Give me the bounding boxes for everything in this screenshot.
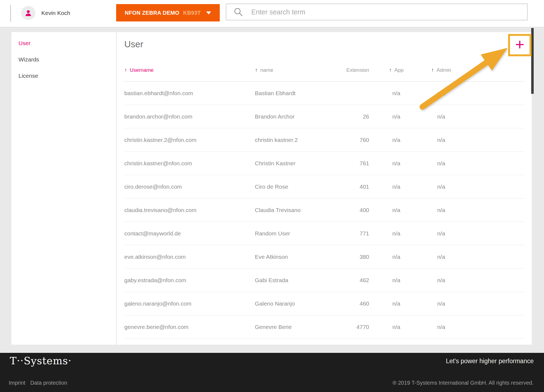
column-label: Admin: [437, 67, 451, 73]
table-row[interactable]: claudia.trevisano@nfon.com Claudia Trevi…: [124, 198, 524, 222]
org-code: KB93T: [183, 10, 201, 16]
avatar: [21, 6, 35, 20]
cell-username: gaby.estrada@nfon.com: [124, 277, 255, 284]
cell-username: brandon.archor@nfon.com: [124, 113, 255, 120]
sidebar-item-license[interactable]: License: [11, 68, 116, 84]
cell-name: Brandon Archor: [255, 113, 345, 120]
cell-name: Claudia Trevisano: [255, 207, 345, 213]
sidebar-item-label: Wizards: [18, 56, 39, 63]
cell-name: Christin Kastner: [255, 160, 345, 167]
add-user-button[interactable]: +: [510, 36, 530, 54]
cell-admin: n/a: [424, 207, 459, 213]
cell-username: genevre.berie@nfon.com: [124, 324, 255, 330]
cell-admin: n/a: [424, 160, 459, 167]
cell-extension: 380: [345, 254, 369, 260]
cell-admin: n/a: [424, 324, 459, 330]
column-header-name[interactable]: ↑ name: [255, 67, 345, 73]
cell-name: Random User: [255, 230, 345, 237]
cell-extension: 761: [345, 160, 369, 167]
annotation-highlight-box: +: [508, 34, 531, 56]
table-row[interactable]: galeno.naranjo@nfon.com Galeno Naranjo 4…: [124, 292, 524, 315]
cell-admin: n/a: [424, 90, 459, 97]
cell-app: n/a: [369, 207, 424, 213]
cell-admin: n/a: [424, 113, 459, 120]
page: Kevin Koch NFON ZEBRA DEMO KB93T User Wi…: [0, 0, 544, 392]
table-row[interactable]: christin.kastner.2@nfon.com christin kas…: [124, 128, 524, 152]
chevron-down-icon: [206, 11, 211, 14]
t-systems-logo: T··Systems·: [10, 355, 72, 367]
cell-name: Ciro de Rose: [255, 183, 345, 190]
account-menu[interactable]: Kevin Koch: [21, 6, 70, 20]
cell-extension: 760: [345, 137, 369, 143]
cell-extension: 462: [345, 277, 369, 284]
cell-admin: n/a: [424, 230, 459, 237]
cell-extension: 401: [345, 183, 369, 190]
table-row[interactable]: gaby.estrada@nfon.com Gabi Estrada 462 n…: [124, 269, 524, 292]
cell-name: christin kastner.2: [255, 137, 345, 143]
cell-app: n/a: [369, 90, 424, 97]
table-row[interactable]: brandon.archor@nfon.com Brandon Archor 2…: [124, 105, 524, 128]
cell-extension: 460: [345, 300, 369, 307]
sort-arrow-icon: ↑: [389, 67, 392, 73]
column-label: App: [394, 67, 404, 73]
column-label: Username: [130, 67, 154, 73]
cell-admin: n/a: [424, 183, 459, 190]
cell-app: n/a: [369, 183, 424, 190]
imprint-link[interactable]: Imprint: [9, 380, 25, 386]
column-label: Extension: [347, 67, 369, 73]
cell-admin: n/a: [424, 300, 459, 307]
table-row[interactable]: christin.kastner@nfon.com Christin Kastn…: [124, 152, 524, 175]
sort-arrow-icon: ↑: [124, 67, 127, 73]
cell-name: Bastian Ebhardt: [255, 90, 345, 97]
cell-username: eve.atkinson@nfon.com: [124, 254, 255, 260]
cell-admin: n/a: [424, 254, 459, 260]
scrollbar-thumb[interactable]: [531, 28, 534, 94]
cell-extension: 400: [345, 207, 369, 213]
search-bar: [226, 4, 528, 20]
user-table: bastian.ebhardt@nfon.com Bastian Ebhardt…: [124, 82, 524, 339]
person-icon: [24, 9, 32, 17]
table-row[interactable]: bastian.ebhardt@nfon.com Bastian Ebhardt…: [124, 82, 524, 105]
cell-admin: n/a: [424, 137, 459, 143]
cell-app: n/a: [369, 324, 424, 330]
data-protection-link[interactable]: Data protection: [30, 380, 67, 386]
sidebar: User Wizards License: [11, 32, 116, 345]
cell-app: n/a: [369, 137, 424, 143]
sidebar-item-user[interactable]: User: [11, 35, 116, 51]
cell-username: ciro.derose@nfon.com: [124, 183, 255, 190]
cell-app: n/a: [369, 160, 424, 167]
org-name: NFON ZEBRA DEMO: [125, 10, 179, 16]
table-row[interactable]: eve.atkinson@nfon.com Eve Atkinson 380 n…: [124, 245, 524, 269]
org-selector-button[interactable]: NFON ZEBRA DEMO KB93T: [116, 4, 220, 21]
search-input[interactable]: [226, 4, 528, 20]
account-name: Kevin Koch: [41, 10, 70, 16]
column-header-admin[interactable]: ↑ Admin: [424, 67, 459, 73]
cell-app: n/a: [369, 300, 424, 307]
cell-name: Gabi Estrada: [255, 277, 345, 284]
cell-username: claudia.trevisano@nfon.com: [124, 207, 255, 213]
cell-username: contact@mayworld.de: [124, 230, 255, 237]
cell-extension: 771: [345, 230, 369, 237]
sidebar-item-label: User: [18, 40, 30, 46]
table-row[interactable]: contact@mayworld.de Random User 771 n/a …: [124, 222, 524, 245]
page-title: User: [124, 39, 524, 51]
column-header-app[interactable]: ↑ App: [369, 67, 424, 73]
footer-links: Imprint Data protection: [9, 380, 67, 386]
table-row[interactable]: genevre.berie@nfon.com Genevre Berie 477…: [124, 315, 524, 339]
cell-extension: 4770: [345, 324, 369, 330]
top-header: Kevin Koch NFON ZEBRA DEMO KB93T: [0, 0, 544, 27]
footer-tagline: Let's power higher performance: [446, 357, 534, 365]
sort-arrow-icon: ↑: [255, 67, 258, 73]
sidebar-item-wizards[interactable]: Wizards: [11, 51, 116, 68]
cell-username: christin.kastner@nfon.com: [124, 160, 255, 167]
table-row[interactable]: ciro.derose@nfon.com Ciro de Rose 401 n/…: [124, 175, 524, 198]
sort-arrow-icon: ↑: [431, 67, 434, 73]
footer-copyright: ® 2019 T-Systems International GmbH. All…: [392, 380, 534, 386]
main-panel: User ↑ Username ↑ name Extension ↑ App ↑…: [116, 32, 532, 345]
cell-username: christin.kastner.2@nfon.com: [124, 137, 255, 143]
cell-username: bastian.ebhardt@nfon.com: [124, 90, 255, 97]
column-header-username[interactable]: ↑ Username: [124, 67, 255, 73]
sidebar-item-label: License: [18, 73, 38, 79]
cell-name: Eve Atkinson: [255, 254, 345, 260]
cell-app: n/a: [369, 254, 424, 260]
